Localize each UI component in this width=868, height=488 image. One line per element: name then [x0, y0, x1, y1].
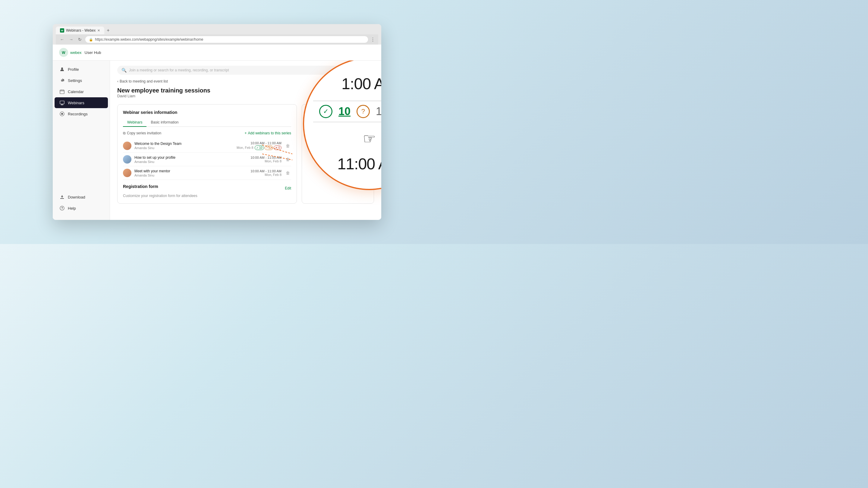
series-card-title: Webinar series information	[123, 110, 291, 115]
tab-basic-info[interactable]: Basic information	[147, 119, 183, 127]
browser-window: W Webinars - Webex ✕ + ← → ↻ 🔒 https://e…	[53, 24, 381, 220]
url-text: https://example.webex.com/webappng/sites…	[95, 37, 204, 41]
sidebar-label-settings: Settings	[68, 78, 82, 83]
registration-description: Customize your registration form for att…	[123, 194, 291, 198]
svg-point-2	[61, 67, 63, 69]
webinar-date-1: Mon, Feb 8 ✓ 10 ? 12	[237, 145, 281, 150]
plus-icon: +	[245, 131, 247, 135]
webinar-item-3: Meet with your mentor Amanda Sinu 10:00 …	[123, 166, 291, 180]
registration-title: Registration form	[123, 184, 158, 189]
delete-webinar-2-button[interactable]: 🗑	[284, 156, 291, 162]
sidebar-item-webinars[interactable]: Webinars	[55, 97, 108, 108]
webex-logo: W webex User Hub	[59, 47, 101, 57]
webinar-avatar-3	[123, 169, 131, 177]
reload-button[interactable]: ↻	[77, 36, 83, 42]
app-content: W webex User Hub Profile	[53, 44, 381, 220]
magnifier-pending-count: 12	[376, 105, 381, 118]
sidebar-label-recordings: Recordings	[68, 112, 88, 116]
webinar-info-3: Meet with your mentor Amanda Sinu	[134, 169, 247, 177]
sidebar-item-profile[interactable]: Profile	[55, 64, 108, 75]
attendee-badges-1: ✓ 10 ? 12 ✕ 0	[255, 145, 281, 150]
webinar-time-1: 10:00 AM - 11:00 AM Mon, Feb 8 ✓ 10 ? 1	[237, 141, 281, 150]
calendar-icon	[59, 89, 65, 94]
sidebar-item-help[interactable]: ? Help	[55, 203, 108, 214]
actions-row: ⧉ Copy series invitation + Add webinars …	[123, 131, 291, 135]
search-placeholder-text: Join a meeting or search for a meeting, …	[129, 68, 229, 72]
sidebar-item-settings[interactable]: Settings	[55, 75, 108, 86]
registration-section: Registration form Edit Customize your re…	[123, 184, 291, 198]
webinar-info-1: Welcome to the Design Team Amanda Sinu	[134, 141, 234, 150]
webinar-date-2: Mon, Feb 8	[250, 159, 281, 163]
tab-webinars[interactable]: Webinars	[123, 119, 147, 127]
delete-webinar-1-button[interactable]: 🗑	[284, 143, 291, 149]
webinar-info-2: How to set up your profile Amanda Sinu	[134, 156, 247, 164]
magnifier-accepted-badge: ✓	[319, 105, 333, 118]
tabs: Webinars Basic information	[123, 119, 291, 127]
webinar-item-2: How to set up your profile Amanda Sinu 1…	[123, 153, 291, 166]
magnifier-cursor: ☞	[313, 130, 381, 147]
webinar-host-2: Amanda Sinu	[134, 160, 247, 164]
webinar-date-3: Mon, Feb 8	[250, 173, 281, 176]
webinar-time-2: 10:00 AM - 11:00 AM Mon, Feb 8	[250, 156, 281, 163]
sidebar-label-profile: Profile	[68, 67, 79, 72]
app-header: W webex User Hub	[53, 44, 381, 61]
sidebar-item-recordings[interactable]: Recordings	[55, 108, 108, 119]
svg-text:?: ?	[61, 207, 63, 210]
magnifier-middle-row: ✓ 10 ? 12 ✕ 0	[313, 101, 381, 122]
download-icon	[59, 194, 65, 200]
svg-rect-4	[60, 101, 64, 104]
settings-icon	[59, 78, 65, 83]
content-area: 🔍 Join a meeting or search for a meeting…	[110, 61, 381, 220]
tab-title: Webinars - Webex	[66, 28, 96, 33]
page-title: New employee training sessions	[117, 87, 210, 94]
page-title-group: New employee training sessions David Lia…	[117, 87, 210, 103]
back-button[interactable]: ←	[59, 36, 65, 42]
webinar-host-3: Amanda Sinu	[134, 173, 247, 177]
registration-edit-link[interactable]: Edit	[285, 186, 291, 190]
sidebar-label-calendar: Calendar	[68, 90, 84, 94]
page-author: David Liam	[117, 94, 210, 98]
registration-header: Registration form Edit	[123, 184, 291, 193]
sidebar-item-download[interactable]: Download	[55, 192, 108, 202]
sidebar-nav: Profile Settings Calendar	[53, 64, 110, 191]
tab-close-button[interactable]: ✕	[97, 29, 100, 33]
delete-webinar-3-button[interactable]: 🗑	[284, 170, 291, 176]
breadcrumb-arrow-icon: ‹	[117, 79, 119, 84]
sidebar-label-help: Help	[68, 206, 76, 210]
webex-favicon: W	[60, 28, 64, 33]
accepted-badge: ✓ 10	[255, 145, 264, 150]
declined-badge: ✕ 0	[274, 145, 281, 150]
magnifier-time-bottom: 11:00 AM	[313, 155, 381, 173]
add-webinars-link[interactable]: + Add webinars to this series	[245, 131, 291, 135]
profile-icon	[59, 67, 65, 72]
copy-invitation-link[interactable]: ⧉ Copy series invitation	[123, 131, 161, 135]
browser-tab-active[interactable]: W Webinars - Webex ✕	[56, 27, 104, 34]
webinar-title-3[interactable]: Meet with your mentor	[134, 169, 247, 173]
browser-chrome: W Webinars - Webex ✕ + ← → ↻ 🔒 https://e…	[53, 24, 381, 44]
new-tab-button[interactable]: +	[104, 27, 112, 34]
svg-point-6	[61, 113, 63, 115]
copy-icon: ⧉	[123, 131, 126, 135]
webinar-host-1: Amanda Sinu	[134, 146, 234, 150]
webinars-icon	[59, 100, 65, 105]
main-layout: Profile Settings Calendar	[53, 61, 381, 220]
breadcrumb-text: Back to meeting and event list	[120, 79, 168, 84]
sidebar: Profile Settings Calendar	[53, 61, 110, 220]
webinar-series-card: Webinar series information Webinars Basi…	[117, 104, 297, 204]
recordings-icon	[59, 111, 65, 117]
search-input-wrapper[interactable]: 🔍 Join a meeting or search for a meeting…	[117, 66, 345, 75]
sidebar-bottom: Download ? Help	[53, 191, 110, 217]
webinar-title-1[interactable]: Welcome to the Design Team	[134, 141, 234, 146]
svg-text:W: W	[62, 51, 65, 55]
sidebar-item-calendar[interactable]: Calendar	[55, 86, 108, 97]
pending-badge: ? 12	[265, 145, 273, 150]
forward-button[interactable]: →	[68, 36, 74, 42]
browser-addressbar: ← → ↻ 🔒 https://example.webex.com/webapp…	[56, 34, 378, 44]
webinar-time-3: 10:00 AM - 11:00 AM Mon, Feb 8	[250, 169, 281, 176]
more-options-button[interactable]: ⋮	[370, 37, 375, 42]
webinar-avatar-1	[123, 141, 131, 150]
app-name-text: User Hub	[85, 50, 101, 55]
address-field[interactable]: 🔒 https://example.webex.com/webappng/sit…	[85, 36, 368, 43]
webinar-title-2[interactable]: How to set up your profile	[134, 156, 247, 160]
sidebar-label-download: Download	[68, 195, 85, 199]
